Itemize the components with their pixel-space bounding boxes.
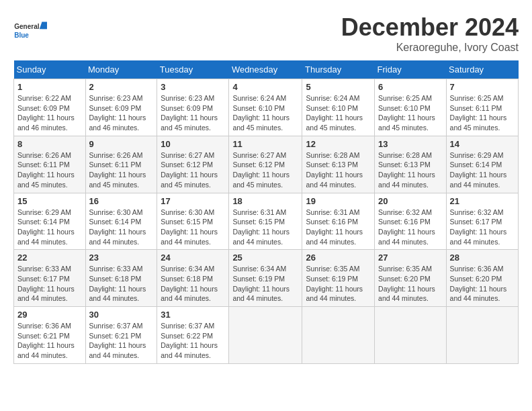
week-row-4: 22 Sunrise: 6:33 AMSunset: 6:17 PMDaylig…	[14, 250, 519, 307]
day-info: Sunrise: 6:23 AMSunset: 6:09 PMDaylight:…	[89, 94, 146, 132]
day-number: 31	[161, 310, 225, 320]
day-number: 13	[378, 139, 443, 149]
day-number: 12	[306, 139, 371, 149]
day-info: Sunrise: 6:27 AMSunset: 6:12 PMDaylight:…	[232, 151, 290, 189]
calendar-cell: 14 Sunrise: 6:29 AMSunset: 6:14 PMDaylig…	[446, 136, 518, 193]
day-number: 18	[232, 196, 298, 206]
calendar-cell: 19 Sunrise: 6:31 AMSunset: 6:16 PMDaylig…	[302, 193, 375, 250]
day-number: 3	[161, 82, 225, 92]
col-header-monday: Monday	[85, 60, 157, 79]
week-row-3: 15 Sunrise: 6:29 AMSunset: 6:14 PMDaylig…	[14, 193, 519, 250]
day-info: Sunrise: 6:22 AMSunset: 6:09 PMDaylight:…	[17, 94, 75, 132]
day-info: Sunrise: 6:33 AMSunset: 6:18 PMDaylight:…	[89, 265, 146, 302]
day-number: 4	[232, 82, 298, 92]
day-number: 28	[450, 253, 515, 263]
calendar-cell: 23 Sunrise: 6:33 AMSunset: 6:18 PMDaylig…	[85, 250, 157, 307]
logo-svg: General Blue	[13, 13, 47, 47]
calendar-cell	[229, 307, 302, 364]
calendar-cell: 29 Sunrise: 6:36 AMSunset: 6:21 PMDaylig…	[14, 307, 86, 364]
calendar-cell: 16 Sunrise: 6:30 AMSunset: 6:14 PMDaylig…	[85, 193, 157, 250]
calendar-cell	[302, 307, 375, 364]
calendar-cell: 18 Sunrise: 6:31 AMSunset: 6:15 PMDaylig…	[229, 193, 302, 250]
day-number: 24	[161, 253, 225, 263]
day-number: 8	[17, 139, 82, 149]
svg-text:Blue: Blue	[14, 32, 29, 39]
calendar-cell: 13 Sunrise: 6:28 AMSunset: 6:13 PMDaylig…	[375, 136, 447, 193]
day-info: Sunrise: 6:29 AMSunset: 6:14 PMDaylight:…	[17, 208, 75, 246]
day-info: Sunrise: 6:28 AMSunset: 6:13 PMDaylight:…	[378, 151, 435, 189]
day-number: 23	[89, 253, 154, 263]
day-info: Sunrise: 6:29 AMSunset: 6:14 PMDaylight:…	[450, 151, 507, 189]
calendar-cell: 8 Sunrise: 6:26 AMSunset: 6:11 PMDayligh…	[14, 136, 86, 193]
day-number: 10	[161, 139, 225, 149]
day-info: Sunrise: 6:37 AMSunset: 6:21 PMDaylight:…	[89, 322, 146, 359]
day-info: Sunrise: 6:36 AMSunset: 6:20 PMDaylight:…	[450, 265, 507, 302]
day-info: Sunrise: 6:32 AMSunset: 6:17 PMDaylight:…	[450, 208, 507, 246]
calendar-cell: 6 Sunrise: 6:25 AMSunset: 6:10 PMDayligh…	[375, 79, 447, 136]
day-info: Sunrise: 6:24 AMSunset: 6:10 PMDaylight:…	[232, 94, 290, 132]
day-info: Sunrise: 6:37 AMSunset: 6:22 PMDaylight:…	[161, 322, 218, 359]
calendar-cell: 25 Sunrise: 6:34 AMSunset: 6:19 PMDaylig…	[229, 250, 302, 307]
day-number: 19	[306, 196, 371, 206]
calendar-cell: 11 Sunrise: 6:27 AMSunset: 6:12 PMDaylig…	[229, 136, 302, 193]
calendar-cell: 20 Sunrise: 6:32 AMSunset: 6:16 PMDaylig…	[375, 193, 447, 250]
calendar-cell: 27 Sunrise: 6:35 AMSunset: 6:20 PMDaylig…	[375, 250, 447, 307]
day-number: 26	[306, 253, 371, 263]
day-number: 25	[232, 253, 298, 263]
day-info: Sunrise: 6:25 AMSunset: 6:11 PMDaylight:…	[450, 94, 507, 132]
calendar-cell: 9 Sunrise: 6:26 AMSunset: 6:11 PMDayligh…	[85, 136, 157, 193]
day-info: Sunrise: 6:31 AMSunset: 6:16 PMDaylight:…	[306, 208, 363, 246]
day-number: 27	[378, 253, 443, 263]
calendar-table: SundayMondayTuesdayWednesdayThursdayFrid…	[13, 60, 519, 364]
day-info: Sunrise: 6:28 AMSunset: 6:13 PMDaylight:…	[306, 151, 363, 189]
calendar-cell: 3 Sunrise: 6:23 AMSunset: 6:09 PMDayligh…	[157, 79, 229, 136]
col-header-wednesday: Wednesday	[229, 60, 302, 79]
week-row-1: 1 Sunrise: 6:22 AMSunset: 6:09 PMDayligh…	[14, 79, 519, 136]
calendar-cell: 30 Sunrise: 6:37 AMSunset: 6:21 PMDaylig…	[85, 307, 157, 364]
calendar-cell: 12 Sunrise: 6:28 AMSunset: 6:13 PMDaylig…	[302, 136, 375, 193]
col-header-saturday: Saturday	[446, 60, 518, 79]
day-number: 17	[161, 196, 225, 206]
calendar-cell: 22 Sunrise: 6:33 AMSunset: 6:17 PMDaylig…	[14, 250, 86, 307]
day-info: Sunrise: 6:25 AMSunset: 6:10 PMDaylight:…	[378, 94, 435, 132]
day-info: Sunrise: 6:34 AMSunset: 6:18 PMDaylight:…	[161, 265, 218, 302]
day-info: Sunrise: 6:23 AMSunset: 6:09 PMDaylight:…	[161, 94, 218, 132]
calendar-cell: 7 Sunrise: 6:25 AMSunset: 6:11 PMDayligh…	[446, 79, 518, 136]
day-info: Sunrise: 6:35 AMSunset: 6:20 PMDaylight:…	[378, 265, 435, 302]
calendar-cell: 15 Sunrise: 6:29 AMSunset: 6:14 PMDaylig…	[14, 193, 86, 250]
calendar-cell	[375, 307, 447, 364]
calendar-cell: 10 Sunrise: 6:27 AMSunset: 6:12 PMDaylig…	[157, 136, 229, 193]
day-info: Sunrise: 6:27 AMSunset: 6:12 PMDaylight:…	[161, 151, 218, 189]
col-header-sunday: Sunday	[14, 60, 86, 79]
day-number: 2	[89, 82, 154, 92]
calendar-cell: 21 Sunrise: 6:32 AMSunset: 6:17 PMDaylig…	[446, 193, 518, 250]
day-info: Sunrise: 6:36 AMSunset: 6:21 PMDaylight:…	[17, 322, 75, 359]
svg-text:General: General	[14, 23, 39, 30]
day-number: 21	[450, 196, 515, 206]
title-section: December 2024 Keraoreguhe, Ivory Coast	[341, 13, 519, 54]
day-info: Sunrise: 6:32 AMSunset: 6:16 PMDaylight:…	[378, 208, 435, 246]
logo: General Blue	[13, 13, 47, 47]
header-row: SundayMondayTuesdayWednesdayThursdayFrid…	[14, 60, 519, 79]
day-info: Sunrise: 6:35 AMSunset: 6:19 PMDaylight:…	[306, 265, 363, 302]
calendar-cell: 2 Sunrise: 6:23 AMSunset: 6:09 PMDayligh…	[85, 79, 157, 136]
col-header-friday: Friday	[375, 60, 447, 79]
calendar-cell	[446, 307, 518, 364]
month-title: December 2024	[341, 13, 519, 42]
col-header-tuesday: Tuesday	[157, 60, 229, 79]
day-info: Sunrise: 6:24 AMSunset: 6:10 PMDaylight:…	[306, 94, 363, 132]
day-number: 16	[89, 196, 154, 206]
day-info: Sunrise: 6:34 AMSunset: 6:19 PMDaylight:…	[232, 265, 290, 302]
calendar-cell: 26 Sunrise: 6:35 AMSunset: 6:19 PMDaylig…	[302, 250, 375, 307]
day-number: 14	[450, 139, 515, 149]
day-number: 22	[17, 253, 82, 263]
calendar-cell: 1 Sunrise: 6:22 AMSunset: 6:09 PMDayligh…	[14, 79, 86, 136]
calendar-cell: 24 Sunrise: 6:34 AMSunset: 6:18 PMDaylig…	[157, 250, 229, 307]
day-info: Sunrise: 6:33 AMSunset: 6:17 PMDaylight:…	[17, 265, 75, 302]
day-number: 7	[450, 82, 515, 92]
calendar-cell: 5 Sunrise: 6:24 AMSunset: 6:10 PMDayligh…	[302, 79, 375, 136]
week-row-5: 29 Sunrise: 6:36 AMSunset: 6:21 PMDaylig…	[14, 307, 519, 364]
page-header: General Blue December 2024 Keraoreguhe, …	[13, 13, 519, 54]
day-number: 6	[378, 82, 443, 92]
day-info: Sunrise: 6:26 AMSunset: 6:11 PMDaylight:…	[17, 151, 75, 189]
